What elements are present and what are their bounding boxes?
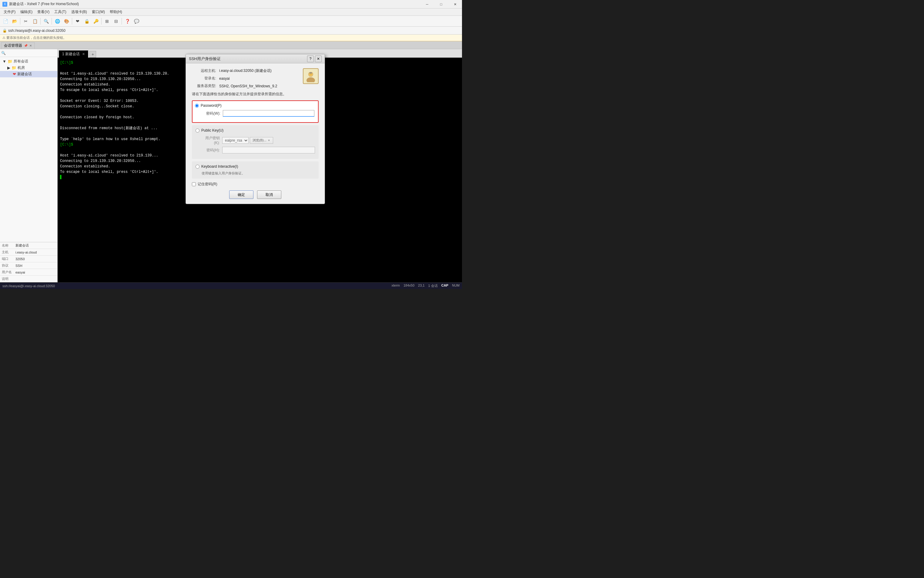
globe-button[interactable]: 🌐: [53, 17, 62, 26]
status-num: NUM: [452, 284, 460, 288]
tree-item-machines[interactable]: ▶ 📁 机房: [0, 65, 57, 71]
password-label: Password(P): [201, 104, 222, 108]
menu-edit[interactable]: 编辑(E): [18, 9, 35, 15]
svg-rect-4: [310, 73, 312, 73]
sidebar-toggle-label: 会话管理器: [4, 43, 22, 48]
remember-password-row: 记住密码(R): [192, 182, 319, 187]
search-icon: 🔍: [1, 51, 6, 55]
login-row: 登录名: easyai: [192, 76, 319, 81]
cancel-button[interactable]: 取消: [257, 190, 281, 199]
bookmark-button[interactable]: ❤: [73, 17, 82, 26]
keyboard-label: Keyboard Interactive(I): [201, 164, 238, 169]
ok-button[interactable]: 确定: [229, 190, 253, 199]
menu-tabs[interactable]: 选项卡(B): [69, 9, 89, 15]
dialog-help-button[interactable]: ?: [307, 55, 314, 62]
tree-label-machines: 机房: [18, 65, 25, 70]
sidebar-toggle[interactable]: 会话管理器 📌 ✕: [1, 42, 34, 49]
prop-desc-label: 说明: [0, 276, 14, 283]
prop-name-value: 新建会话: [14, 242, 57, 249]
auth-publickey-header[interactable]: Public Key(U): [193, 127, 318, 134]
session-icon: ❤: [13, 72, 16, 76]
cut-button[interactable]: ✂: [21, 17, 30, 26]
session-tabs: 会话管理器 📌 ✕: [0, 41, 462, 49]
window-title: 新建会话 - Xshell 7 (Free for Home/School): [9, 2, 79, 6]
auth-password-section: Password(P) 密码(W):: [192, 101, 319, 123]
tab-close-button[interactable]: ✕: [82, 52, 85, 56]
dialog-close-button[interactable]: ✕: [315, 55, 322, 62]
address-text: ssh://easyai@i.easy-ai.cloud:32050: [8, 29, 65, 33]
status-right: xterm 184x50 23,1 1 会话 CAP NUM: [392, 284, 460, 288]
color-button[interactable]: 🎨: [62, 17, 71, 26]
keyboard-description: 使用键盘输入用户身份验证。: [193, 170, 318, 177]
dialog-titlebar: SSH用户身份验证 ? ✕: [186, 54, 325, 63]
sidebar-close-icon[interactable]: ✕: [29, 44, 32, 47]
dialog-buttons: 确定 取消: [192, 190, 319, 199]
session-tab-1[interactable]: 1 新建会话 ✕: [59, 50, 88, 58]
copy-button[interactable]: 📋: [31, 17, 39, 26]
minimize-button[interactable]: ─: [420, 0, 434, 8]
passphrase-input[interactable]: [222, 147, 315, 153]
password-input[interactable]: [223, 110, 314, 117]
info-bar: ⚠ 要添加当前会话，点击左侧的箭头按钮。: [0, 34, 462, 41]
password-field-row: 密码(W):: [202, 110, 314, 117]
new-session-button[interactable]: 📄: [1, 17, 10, 26]
userkey-select[interactable]: eaipre_rsa: [222, 137, 249, 144]
menu-help[interactable]: 帮助(H): [107, 9, 125, 15]
sidebar-pin-icon: 📌: [24, 44, 28, 47]
properties-panel: 名称 新建会话 主机 i.easy-ai.cloud 端口 32050 协议 S…: [0, 242, 57, 283]
chat-button[interactable]: 💬: [132, 17, 141, 26]
toolbar-sep-3: [52, 18, 52, 24]
help-button[interactable]: ❓: [123, 17, 131, 26]
publickey-fields: 用户密钥(K): eaipre_rsa 浏览(B)... ▼ 密: [193, 134, 318, 158]
split-button[interactable]: ⊟: [112, 17, 120, 26]
auth-password-header[interactable]: Password(P): [194, 102, 317, 109]
app-icon: X: [2, 2, 7, 6]
zoom-button[interactable]: 🔍: [42, 17, 50, 26]
chevron-down-icon: ▼: [2, 59, 6, 64]
search-input[interactable]: [7, 51, 56, 55]
auth-keyboard-header[interactable]: Keyboard Interactive(I): [193, 162, 318, 170]
menu-tools[interactable]: 工具(T): [52, 9, 68, 15]
login-value: easyai: [219, 76, 230, 81]
login-label: 登录名:: [192, 76, 216, 81]
folder-icon: 📁: [8, 59, 13, 64]
prop-host-label: 主机: [0, 249, 14, 256]
userkey-field-row: 用户密钥(K): eaipre_rsa 浏览(B)... ▼: [202, 136, 315, 145]
dialog-title-buttons: ? ✕: [307, 55, 322, 62]
menu-window[interactable]: 窗口(W): [89, 9, 107, 15]
prop-name: 名称 新建会话: [0, 242, 57, 249]
title-controls: ─ □ ✕: [420, 0, 462, 8]
prop-host-value: i.easy-ai.cloud: [14, 249, 57, 256]
prop-port: 端口 32050: [0, 256, 57, 262]
lock-button[interactable]: 🔒: [83, 17, 91, 26]
menu-view[interactable]: 查看(V): [35, 9, 52, 15]
remote-host-value: i.easy-ai.cloud:32050 (新建会话): [219, 68, 272, 73]
remote-host-row: 远程主机: i.easy-ai.cloud:32050 (新建会话): [192, 68, 319, 73]
chevron-right-icon: ▶: [7, 65, 10, 70]
remember-checkbox[interactable]: [192, 182, 196, 186]
maximize-button[interactable]: □: [434, 0, 448, 8]
folder-icon-machines: 📁: [11, 65, 16, 70]
tree-item-all-sessions[interactable]: ▼ 📁 所有会话: [0, 58, 57, 65]
password-radio[interactable]: [195, 104, 199, 108]
info-bar-text: ⚠ 要添加当前会话，点击左侧的箭头按钮。: [2, 36, 66, 40]
menu-file[interactable]: 文件(F): [1, 9, 18, 15]
close-button[interactable]: ✕: [448, 0, 462, 8]
tree-item-new-session[interactable]: ❤ 新建会话: [0, 71, 57, 77]
menu-bar: 文件(F) 编辑(E) 查看(V) 工具(T) 选项卡(B) 窗口(W) 帮助(…: [0, 8, 462, 16]
status-sessions: 1 会话: [428, 284, 438, 288]
grid-button[interactable]: ⊞: [103, 17, 111, 26]
key-button[interactable]: 🔑: [92, 17, 100, 26]
keyboard-radio[interactable]: [196, 165, 199, 169]
browse-arrow-icon: ▼: [267, 139, 271, 142]
toolbar-sep-4: [72, 18, 72, 24]
add-tab-button[interactable]: +: [89, 51, 96, 58]
title-bar: X 新建会话 - Xshell 7 (Free for Home/School)…: [0, 0, 462, 8]
toolbar-sep-5: [101, 18, 102, 24]
browse-button[interactable]: 浏览(B)... ▼: [250, 137, 273, 144]
status-pos: 23,1: [418, 284, 425, 288]
open-button[interactable]: 📂: [10, 17, 19, 26]
publickey-radio[interactable]: [196, 128, 199, 133]
session-tree: ▼ 📁 所有会话 ▶ 📁 机房 ❤ 新建会话: [0, 57, 57, 242]
userkey-label: 用户密钥(K):: [202, 136, 220, 145]
